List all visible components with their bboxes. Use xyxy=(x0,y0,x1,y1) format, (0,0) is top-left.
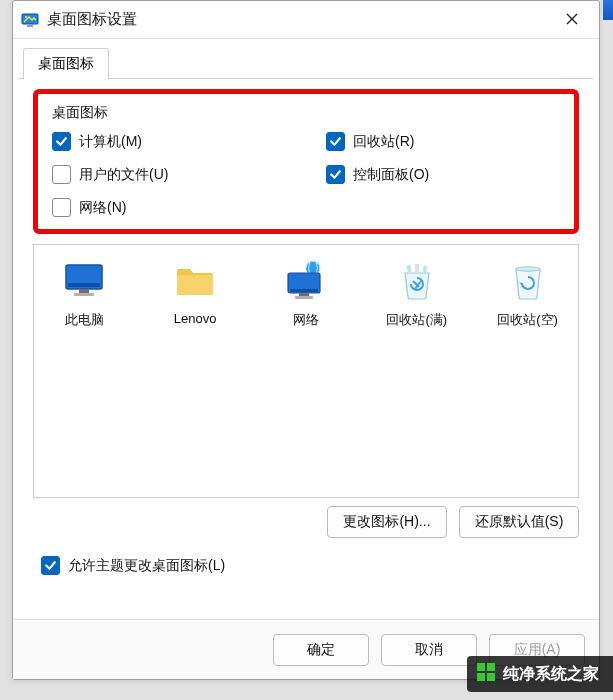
svg-point-18 xyxy=(516,267,540,271)
watermark: 纯净系统之家 xyxy=(467,656,613,692)
icon-buttons-row: 更改图标(H)... 还原默认值(S) xyxy=(33,506,579,538)
svg-rect-6 xyxy=(68,283,100,287)
svg-rect-22 xyxy=(487,673,495,681)
close-icon xyxy=(566,11,578,29)
cancel-button[interactable]: 取消 xyxy=(381,634,477,666)
checkbox-box xyxy=(52,198,71,217)
tab-desktop-icons[interactable]: 桌面图标 xyxy=(23,48,109,79)
checkbox-computer[interactable]: 计算机(M) xyxy=(52,132,286,151)
preview-this-pc[interactable]: 此电脑 xyxy=(44,259,125,329)
watermark-text: 纯净系统之家 xyxy=(503,664,599,685)
monitor-icon xyxy=(62,259,106,303)
preview-label: 此电脑 xyxy=(65,311,104,329)
app-icon xyxy=(21,11,39,29)
preview-recycle-empty[interactable]: 回收站(空) xyxy=(487,259,568,329)
checkbox-control-panel[interactable]: 控制面板(O) xyxy=(326,165,560,184)
preview-network[interactable]: 网络 xyxy=(266,259,347,329)
preview-label: 回收站(空) xyxy=(497,311,558,329)
svg-rect-7 xyxy=(79,289,89,293)
checkbox-box xyxy=(52,165,71,184)
svg-rect-20 xyxy=(487,663,495,671)
allow-theme-checkbox[interactable]: 允许主题更改桌面图标(L) xyxy=(41,556,571,575)
preview-lenovo-folder[interactable]: Lenovo xyxy=(155,259,236,326)
tabstrip: 桌面图标 xyxy=(23,47,599,78)
desktop-icon-settings-dialog: 桌面图标设置 桌面图标 桌面图标 计算机(M) 回收站(R) xyxy=(12,0,600,680)
checkbox-box xyxy=(41,556,60,575)
preview-recycle-full[interactable]: 回收站(满) xyxy=(376,259,457,329)
svg-point-2 xyxy=(25,16,27,18)
checkbox-box xyxy=(326,165,345,184)
change-icon-button[interactable]: 更改图标(H)... xyxy=(327,506,447,538)
svg-rect-16 xyxy=(415,264,419,272)
checkbox-box xyxy=(52,132,71,151)
checkbox-user-files[interactable]: 用户的文件(U) xyxy=(52,165,286,184)
icon-preview-list: 此电脑 Lenovo 网络 回收站(满) 回收站(空) xyxy=(33,244,579,498)
checkbox-label: 允许主题更改桌面图标(L) xyxy=(68,557,225,575)
svg-rect-17 xyxy=(422,266,427,273)
desktop-background-sliver xyxy=(603,0,613,20)
desktop-icons-group-highlight: 桌面图标 计算机(M) 回收站(R) 用户的文件(U) 控制面板(O) xyxy=(33,89,579,234)
dialog-body: 桌面图标 计算机(M) 回收站(R) 用户的文件(U) 控制面板(O) xyxy=(19,78,593,581)
checkbox-label: 网络(N) xyxy=(79,199,126,217)
checkbox-label: 回收站(R) xyxy=(353,133,414,151)
checkbox-label: 控制面板(O) xyxy=(353,166,429,184)
checkbox-grid: 计算机(M) 回收站(R) 用户的文件(U) 控制面板(O) 网络(N) xyxy=(52,132,560,217)
preview-label: Lenovo xyxy=(174,311,217,326)
windows-logo-icon xyxy=(477,663,495,685)
ok-button[interactable]: 确定 xyxy=(273,634,369,666)
recycle-bin-full-icon xyxy=(395,259,439,303)
preview-label: 网络 xyxy=(293,311,319,329)
svg-rect-19 xyxy=(477,663,485,671)
window-title: 桌面图标设置 xyxy=(47,10,137,29)
checkbox-network[interactable]: 网络(N) xyxy=(52,198,286,217)
close-button[interactable] xyxy=(553,1,591,39)
svg-rect-21 xyxy=(477,673,485,681)
svg-rect-12 xyxy=(290,289,318,292)
checkbox-box xyxy=(326,132,345,151)
checkbox-recycle-bin[interactable]: 回收站(R) xyxy=(326,132,560,151)
restore-defaults-button[interactable]: 还原默认值(S) xyxy=(459,506,579,538)
svg-rect-14 xyxy=(295,296,313,299)
checkbox-label: 用户的文件(U) xyxy=(79,166,168,184)
svg-rect-8 xyxy=(74,293,94,296)
checkbox-label: 计算机(M) xyxy=(79,133,142,151)
svg-rect-3 xyxy=(27,25,33,27)
recycle-bin-empty-icon xyxy=(506,259,550,303)
group-label: 桌面图标 xyxy=(52,104,560,122)
network-icon xyxy=(284,259,328,303)
preview-label: 回收站(满) xyxy=(386,311,447,329)
svg-rect-15 xyxy=(406,265,411,273)
titlebar: 桌面图标设置 xyxy=(13,1,599,39)
svg-rect-13 xyxy=(299,293,309,296)
folder-icon xyxy=(173,259,217,303)
